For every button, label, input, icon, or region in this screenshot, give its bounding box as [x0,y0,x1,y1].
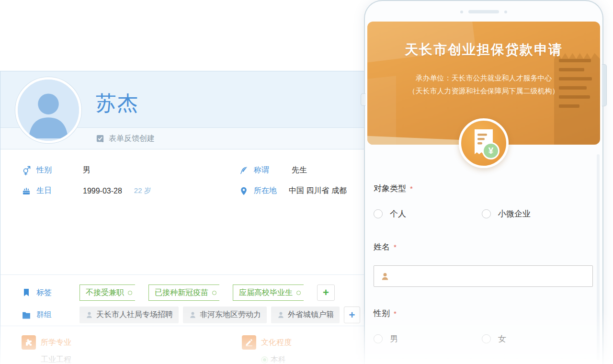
field-value: 1999-03-28 [83,187,122,195]
quill-icon [239,166,249,175]
field-gender: 性别 男 [22,165,91,175]
camera-dot-icon [460,11,463,13]
person-icon [380,272,390,281]
field-major: 所学专业 工业工程 [22,335,71,364]
avatar[interactable] [15,77,81,143]
field-label: 性别 [36,165,52,175]
group-chip[interactable]: 天长市人社局专场招聘 [79,307,179,323]
required-asterisk: * [394,243,397,251]
required-asterisk: * [410,184,413,193]
screen: 苏杰 表单反馈创建 性别 男 [0,0,613,364]
gender-options: 男 女 [374,333,596,344]
member-icon [189,311,197,319]
add-tag-button[interactable]: + [317,284,335,301]
tag-dot-icon [128,291,132,295]
field-label: 生日 [36,186,52,196]
field-label: 所学专业 [41,338,71,348]
radio-option-female[interactable]: 女 [482,333,590,344]
pencil-icon [242,335,256,350]
tags-row: 标签 不接受兼职 已接种新冠疫苗 应届高校毕业生 + [22,284,335,301]
tag-item[interactable]: 不接受兼职 [79,284,135,301]
folder-icon [22,310,31,320]
radio-icon[interactable] [482,209,491,218]
field-value: 工业工程 [41,355,71,364]
form-check-icon [96,134,104,143]
phone-volume-button [361,93,365,106]
group-chip[interactable]: 外省城镇户籍 [271,307,340,323]
radio-icon[interactable] [374,334,383,343]
form-subtitle: 承办单位：天长市公共就业和人才服务中心 （天长市人力资源和社会保障局下属二级机构… [367,71,600,97]
field-value: 男 [83,165,91,175]
required-asterisk: * [394,309,397,318]
tag-item[interactable]: 已接种新冠疫苗 [148,284,219,301]
field-label: 所在地 [254,186,277,196]
divider [0,274,364,275]
form-title: 天长市创业担保贷款申请 [367,41,600,59]
tag-item[interactable]: 应届高校毕业生 [233,284,304,301]
field-label: 称谓 [254,165,269,175]
form-logo: ¥ [459,118,509,168]
puzzle-icon [22,335,36,350]
cake-icon [22,186,31,196]
field-label: 文化程度 [261,338,292,348]
member-icon [277,311,285,319]
field-value: 先生 [292,165,307,175]
group-chip[interactable]: 非河东地区劳动力 [183,307,267,323]
radio-option-small-business[interactable]: 小微企业 [482,208,590,219]
location-pin-icon [239,186,249,196]
field-education: 文化程度 本科 [242,335,292,364]
person-silhouette-icon [18,80,79,141]
gender-label: 性别 * [374,308,596,319]
radio-icon[interactable] [374,209,383,218]
groups-row: 群组 天长市人社局专场招聘 非河东地区劳动力 外省城镇户籍 + [22,307,360,323]
banner-receipt-decoration [554,53,600,145]
yuan-badge-icon: ¥ [482,142,499,159]
member-icon [85,311,93,319]
field-title: 称谓 先生 [239,165,307,175]
name-input[interactable] [374,265,593,287]
bookmark-icon [22,288,31,297]
speaker-bar-icon [468,10,499,13]
object-type-label: 对象类型 * [374,183,596,194]
camera-dot-icon [504,11,507,13]
phone-speaker [460,10,507,13]
phone-preview: 天长市创业担保贷款申请 承办单位：天长市公共就业和人才服务中心 （天长市人力资源… [364,0,603,364]
groups-label: 群组 [36,310,52,320]
contact-name: 苏杰 [96,90,139,117]
tags-list: 不接受兼职 已接种新冠疫苗 应届高校毕业生 + [79,284,335,301]
profile-body: 性别 男 称谓 先生 [0,149,370,364]
groups-list: 天长市人社局专场招聘 非河东地区劳动力 外省城镇户籍 + [79,307,360,323]
object-type-options: 个人 小微企业 [374,208,596,219]
gender-icon [22,166,31,175]
radio-option-male[interactable]: 男 [374,333,482,344]
name-label: 姓名 * [374,241,596,252]
field-value: 本科 [261,355,292,364]
tags-label: 标签 [36,288,52,298]
age-badge: 22 岁 [134,186,151,195]
selected-radio-icon [261,356,268,364]
radio-option-personal[interactable]: 个人 [374,208,482,219]
organizer-note: （天长市人力资源和社会保障局下属二级机构） [367,84,600,97]
field-location: 所在地 中国 四川省 成都 [239,186,347,196]
tag-dot-icon [212,291,216,295]
add-group-button[interactable]: + [344,307,360,323]
tag-dot-icon [296,291,301,295]
phone-power-button [602,64,607,106]
scrollbar[interactable] [597,154,600,360]
contact-profile-card: 苏杰 表单反馈创建 性别 男 [0,71,370,364]
feedback-label: 表单反馈创建 [109,134,155,144]
organizer-line: 承办单位：天长市公共就业和人才服务中心 [367,71,600,84]
radio-icon[interactable] [482,334,491,343]
field-value: 中国 四川省 成都 [289,186,347,196]
loan-application-form: 对象类型 * 个人 小微企业 姓名 * [374,183,596,364]
divider [0,326,364,326]
field-birthday: 生日 1999-03-28 22 岁 [22,186,151,196]
